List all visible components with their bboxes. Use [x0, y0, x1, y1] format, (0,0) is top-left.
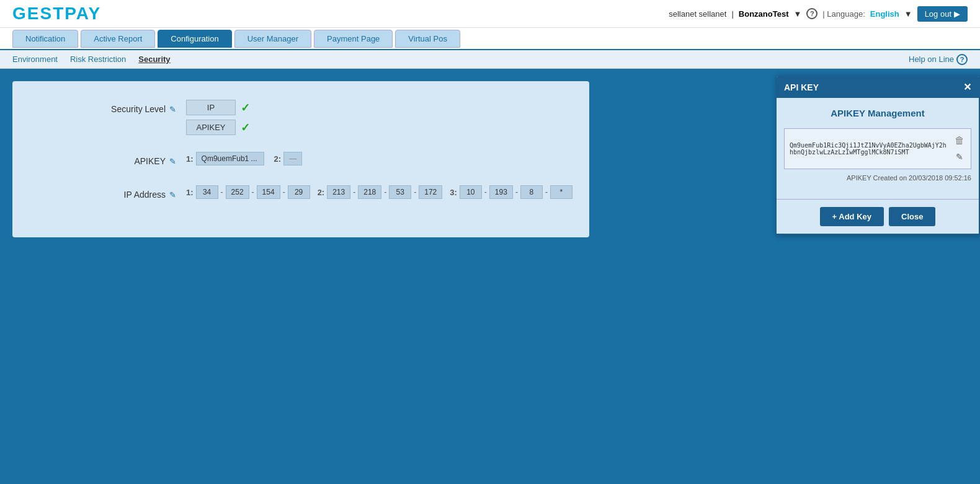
tab-payment-page[interactable]: Payment Page — [314, 30, 393, 48]
ip-octet-2-3: 53 — [389, 185, 411, 199]
apikey-check-icon: ✓ — [241, 121, 250, 134]
apikey-modal: API KEY ✕ APIKEY Management Qm9uemFub1Ri… — [775, 75, 980, 235]
tab-notification[interactable]: Notification — [12, 30, 78, 48]
ip-octet-2-4: 172 — [419, 185, 442, 199]
ip-octet-3-4: * — [550, 185, 572, 199]
subnav-risk-restriction[interactable]: Risk Restriction — [70, 55, 126, 64]
apikey-field-content: 1: Qm9uemFub1 ... 2: — — [186, 152, 302, 165]
cookies-policy-link[interactable]: Cookies Policy — [12, 256, 968, 265]
apikey-level-box: APIKEY ✓ — [186, 120, 250, 135]
ip-address-edit-icon[interactable]: ✎ — [169, 190, 176, 200]
add-key-button[interactable]: + Add Key — [820, 207, 884, 226]
apikey-entry-actions: 🗑 ✎ — [953, 134, 966, 164]
ip-sep: - — [414, 188, 416, 196]
ip-group-2: 2: 213 - 218 - 53 - 172 — [318, 185, 443, 199]
ip-level-box: IP ✓ — [186, 100, 250, 115]
ip-address-field-row: IP Address ✎ 1: 34 - 252 - 154 - 29 — [62, 185, 577, 204]
ip-group-1: 1: 34 - 252 - 154 - 29 — [186, 185, 310, 199]
ip-octet-1-3: 154 — [257, 185, 280, 199]
ip-octet-3-3: 8 — [520, 185, 543, 199]
language-label: | Language: — [822, 9, 865, 19]
tab-user-manager[interactable]: User Manager — [234, 30, 311, 48]
ip-group-3: 3: 10 - 193 - 8 - * — [450, 185, 572, 199]
header: GESTPAY sellanet sellanet | BonzanoTest … — [0, 0, 980, 28]
apikey-item-1: 1: Qm9uemFub1 ... — [186, 152, 264, 165]
ip-octet-1-1: 34 — [196, 185, 218, 199]
tab-configuration[interactable]: Configuration — [158, 30, 231, 48]
apikey-full-text: Qm9uemFub1Ric3Qji1JtZ1NvVyA0EZha2UgbWAjY… — [790, 142, 948, 156]
main-content: Security Level ✎ IP ✓ APIKEY ✓ APIKEY ✎ — [0, 69, 980, 277]
modal-header: API KEY ✕ — [777, 76, 979, 98]
help-icon: ? — [956, 54, 968, 65]
nav-tabs: Notification Active Report Configuration… — [0, 28, 980, 50]
apikey-created-text: APIKEY Created on 20/03/2018 09:52:16 — [784, 174, 971, 182]
apikey-row: 1: Qm9uemFub1 ... 2: — — [186, 152, 302, 165]
ip-num-3: 3: — [450, 188, 457, 197]
modal-body: APIKEY Management Qm9uemFub1Ric3Qji1JtZ1… — [777, 98, 979, 199]
close-modal-button[interactable]: Close — [889, 207, 935, 226]
apikey-val-2[interactable]: — — [283, 152, 302, 165]
modal-header-label: API KEY — [784, 82, 819, 92]
ip-check-icon: ✓ — [241, 101, 250, 115]
ip-num-2: 2: — [318, 188, 325, 197]
subnav-security[interactable]: Security — [138, 55, 170, 64]
apikey-num-2: 2: — [274, 154, 282, 164]
ip-address-label: IP Address ✎ — [62, 185, 186, 204]
ip-sep: - — [384, 188, 386, 196]
ip-sep: - — [252, 188, 254, 196]
ip-sep: - — [515, 188, 518, 196]
help-link[interactable]: Help on Line ? — [909, 54, 968, 65]
ip-sep: - — [353, 188, 355, 196]
merchant-arrow[interactable]: ▼ — [793, 9, 801, 19]
language-select[interactable]: English — [870, 9, 899, 19]
help-label: Help on Line — [909, 55, 954, 64]
header-separator: | — [731, 9, 733, 19]
ip-octet-1-2: 252 — [226, 185, 249, 199]
header-user: sellanet sellanet — [669, 9, 726, 19]
copy-icon: ✎ — [956, 152, 963, 162]
delete-key-button[interactable]: 🗑 — [953, 134, 966, 147]
ip-sep: - — [484, 188, 487, 196]
trash-icon: 🗑 — [955, 135, 964, 146]
apikey-field-row: APIKEY ✎ 1: Qm9uemFub1 ... 2: — — [62, 152, 577, 170]
logo: GESTPAY — [12, 4, 101, 24]
tab-virtual-pos[interactable]: Virtual Pos — [395, 30, 460, 48]
subnav-environment[interactable]: Environment — [12, 55, 58, 64]
security-level-label: Security Level ✎ — [62, 100, 186, 118]
apikey-entry: Qm9uemFub1Ric3Qji1JtZ1NvVyA0EZha2UgbWAjY… — [784, 128, 971, 169]
ip-octet-3-2: 193 — [489, 185, 513, 199]
header-merchant[interactable]: BonzanoTest — [739, 9, 789, 19]
modal-footer: + Add Key Close — [777, 199, 979, 234]
ip-octet-2-2: 218 — [358, 185, 381, 199]
ip-octet-2-1: 213 — [327, 185, 350, 199]
ip-row: 1: 34 - 252 - 154 - 29 2: 213 - 218 — [186, 185, 572, 199]
apikey-field-label: APIKEY ✎ — [62, 152, 186, 170]
security-level-edit-icon[interactable]: ✎ — [169, 105, 176, 114]
language-arrow[interactable]: ▼ — [904, 9, 912, 19]
apikey-num-1: 1: — [186, 154, 194, 164]
security-level-content: IP ✓ APIKEY ✓ — [186, 100, 250, 137]
logout-button[interactable]: Log out ▶ — [917, 6, 968, 22]
apikey-val-1[interactable]: Qm9uemFub1 ... — [196, 152, 264, 165]
ip-address-content: 1: 34 - 252 - 154 - 29 2: 213 - 218 — [186, 185, 572, 199]
apikey-tag: APIKEY — [186, 120, 236, 135]
ip-tag: IP — [186, 100, 236, 115]
sub-nav-left: Environment Risk Restriction Security — [12, 55, 171, 64]
modal-close-x-button[interactable]: ✕ — [963, 81, 971, 93]
copy-key-button[interactable]: ✎ — [953, 150, 966, 164]
tab-active-report[interactable]: Active Report — [81, 30, 155, 48]
modal-title: APIKEY Management — [784, 108, 971, 118]
info-icon[interactable]: ? — [806, 8, 817, 19]
ip-octet-1-4: 29 — [288, 185, 310, 199]
security-level-row: Security Level ✎ IP ✓ APIKEY ✓ — [62, 100, 577, 137]
ip-sep: - — [283, 188, 285, 196]
apikey-edit-icon[interactable]: ✎ — [169, 157, 176, 166]
apikey-item-2: 2: — — [274, 152, 303, 165]
sub-nav: Environment Risk Restriction Security He… — [0, 50, 980, 69]
ip-sep: - — [221, 188, 223, 196]
header-right: sellanet sellanet | BonzanoTest ▼ ? | La… — [669, 6, 968, 22]
content-panel: Security Level ✎ IP ✓ APIKEY ✓ APIKEY ✎ — [12, 81, 589, 237]
ip-num-1: 1: — [186, 188, 194, 197]
ip-sep: - — [545, 188, 548, 196]
ip-octet-3-1: 10 — [460, 185, 482, 199]
